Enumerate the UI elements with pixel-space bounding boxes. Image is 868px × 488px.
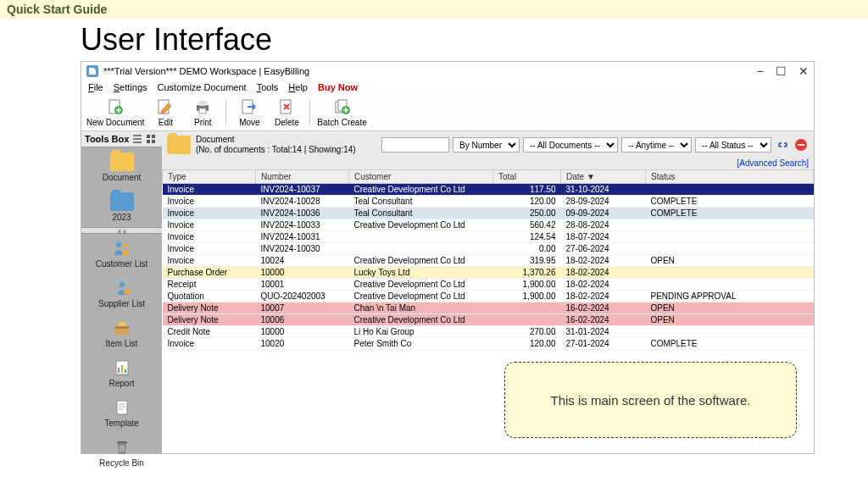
table-row[interactable]: InvoiceINV2024-10036Teal Consultant250.0… [163,208,814,219]
doc-count: (No. of documents : Total:14 | Showing:1… [196,145,356,155]
edit-button[interactable]: Edit [149,97,181,127]
sidebar-item-supplier-list[interactable]: Supplier List [81,274,162,313]
sidebar: Tools Box Document2023 ∧∨ Customer ListS… [81,131,162,453]
status-select[interactable]: -- All Status -- [695,137,771,152]
svg-rect-4 [199,101,206,106]
table-row[interactable]: Delivery Note10007Chan \n Tai Man16-02-2… [163,302,814,314]
menu-customize[interactable]: Customize Document [158,82,247,92]
time-select[interactable]: -- Anytime -- [621,137,692,152]
move-label: Move [239,118,259,127]
table-row[interactable]: QuotationQUO-202402003Creative Developme… [163,291,814,302]
table-row[interactable]: Receipt10001Creative Development Co Ltd1… [163,279,814,291]
pencil-icon [156,97,175,116]
batch-icon [333,97,352,116]
batch-create-button[interactable]: Batch Create [317,97,366,127]
svg-rect-5 [199,108,206,114]
table-row[interactable]: Purchase Order10000Lucky Toys Ltd1,370.2… [163,267,814,279]
col-number[interactable]: Number [256,170,349,184]
col-type[interactable]: Type [163,170,256,184]
callout-box: This is main screen of the software. [504,362,797,438]
table-row[interactable]: Credit Note10000Li Ho Kai Group270.0031-… [163,326,814,338]
sidebar-icon [110,239,134,258]
link-icon[interactable] [775,137,790,152]
folder-icon [110,192,134,211]
move-icon [240,97,259,116]
clear-icon[interactable] [793,137,809,152]
sidebar-label: 2023 [112,213,131,222]
search-by-select[interactable]: By Number [453,137,520,152]
table-row[interactable]: InvoiceINV2024-10037Creative Development… [163,184,814,196]
delete-icon [277,97,296,116]
svg-rect-20 [115,326,129,329]
plus-doc-icon [106,97,125,116]
col-customer[interactable]: Customer [349,170,493,184]
svg-rect-12 [152,135,155,138]
sidebar-icon [110,438,134,457]
maximize-button[interactable]: ☐ [776,64,787,78]
sidebar-label: Customer List [96,259,148,269]
sidebar-icon [110,319,134,337]
table-row[interactable]: Invoice10024Creative Development Co Ltd3… [163,255,814,267]
sidebar-item-item-list[interactable]: Item List [81,313,162,353]
folder-icon [167,136,191,154]
sidebar-label: Item List [106,339,138,348]
sidebar-divider[interactable]: ∧∨ [81,227,162,234]
printer-icon [193,97,212,116]
doc-title: Document [196,135,356,145]
col-total[interactable]: Total [493,170,561,184]
delete-label: Delete [275,118,299,127]
app-window: ***Trial Version*** DEMO Workspace | Eas… [81,61,815,454]
move-button[interactable]: Move [233,97,265,127]
sidebar-folder[interactable]: Document [81,147,162,187]
svg-rect-11 [147,135,150,138]
svg-rect-13 [147,140,150,143]
new-document-label: New Document [86,118,144,127]
sidebar-item-customer-list[interactable]: Customer List [81,234,162,274]
svg-rect-21 [119,322,125,326]
sidebar-label: Supplier List [98,299,145,308]
doctype-select[interactable]: -- All Documents -- [523,137,618,152]
close-button[interactable]: ✕ [798,64,809,78]
list-icon[interactable] [132,134,142,144]
col-status[interactable]: Status [646,170,814,184]
svg-point-16 [123,244,127,248]
new-document-button[interactable]: New Document [86,97,144,127]
menu-tools[interactable]: Tools [257,82,279,92]
menu-file[interactable]: File [88,82,103,92]
sidebar-folder[interactable]: 2023 [81,187,162,227]
table-row[interactable]: InvoiceINV2024-100300.0027-06-2024 [163,243,814,255]
svg-rect-18 [124,290,130,294]
svg-rect-29 [798,144,804,146]
col-date[interactable]: Date ▼ [561,170,646,184]
menu-settings[interactable]: Settings [114,82,147,92]
app-icon [86,65,98,77]
table-row[interactable]: InvoiceINV2024-10028Teal Consultant120.0… [163,196,814,208]
grid-icon[interactable] [146,134,156,144]
table-row[interactable]: Invoice10020Peter Smith Co120.0027-01-20… [163,338,814,350]
titlebar: ***Trial Version*** DEMO Workspace | Eas… [81,62,814,80]
advanced-search-link[interactable]: [Advanced Search] [162,158,814,169]
menu-buy-now[interactable]: Buy Now [318,82,358,92]
sidebar-label: Document [103,173,142,182]
svg-rect-25 [125,369,126,373]
menubar: File Settings Customize Document Tools H… [81,80,814,94]
batch-label: Batch Create [317,118,366,127]
print-button[interactable]: Print [186,97,219,127]
toolbar-separator-2 [309,99,310,125]
page-heading: User Interface [0,19,868,61]
search-input[interactable] [381,137,449,152]
edit-label: Edit [159,118,173,127]
sidebar-item-recycle-bin[interactable]: Recycle Bin [81,433,162,473]
svg-point-15 [116,242,121,247]
sidebar-item-template[interactable]: Template [81,393,162,433]
table-row[interactable]: Delivery Note10006Creative Development C… [163,314,814,326]
delete-button[interactable]: Delete [270,97,303,127]
table-row[interactable]: InvoiceINV2024-10033Creative Development… [163,219,814,231]
table-row[interactable]: InvoiceINV2024-10031124.5418-07-2024 [163,231,814,243]
sidebar-label: Template [104,419,139,428]
print-label: Print [194,118,212,127]
sidebar-icon [110,279,134,297]
menu-help[interactable]: Help [288,82,308,92]
sidebar-item-report[interactable]: Report [81,353,162,393]
minimize-button[interactable]: − [757,64,764,78]
